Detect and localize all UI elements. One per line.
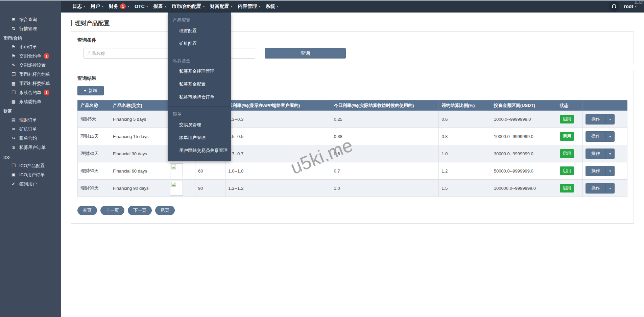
sidebar-item-miner-orders[interactable]: ≋矿机订单 (0, 124, 61, 134)
sidebar-item-perpetual-entrust-orders[interactable]: ▦永续委托单 (0, 97, 61, 106)
table-row: 理财90天Financing 90 days901.2--1.21.01.510… (78, 180, 627, 197)
sidebar-item-label: 行情管理 (19, 26, 37, 32)
dropdown-item-private-fund-manager-management[interactable]: 私募基金经理管理 (168, 65, 231, 78)
menu-logs[interactable]: 日志▾ (72, 0, 85, 13)
sidebar-item-delivery-risk-settings[interactable]: ✎交割场控设置 (0, 61, 61, 70)
sidebar-section-wealth: 财富 (0, 107, 61, 115)
action-dropdown-button[interactable]: ▾ (605, 132, 614, 141)
cell-today-rate: 0.38 (331, 128, 439, 145)
col-product-name-en: 产品名称(英文) (110, 100, 167, 111)
page-title: 理财产品配置 (71, 19, 634, 27)
menu-system[interactable]: 系统▾ (266, 0, 279, 13)
sidebar-item-perpetual-contract-orders[interactable]: ❐永续合约单1 (0, 88, 61, 97)
dropdown-section-header: 产品配置 (168, 15, 231, 24)
action-split-button: 操作▾ (586, 131, 615, 142)
sidebar-item-market-management[interactable]: ⇅行情管理 (0, 24, 61, 33)
sidebar-item-ico-user-orders[interactable]: ▣ICO用户订单 (0, 170, 61, 179)
menu-content-management[interactable]: 内容管理▾ (238, 0, 260, 13)
dropdown-item-miner-config[interactable]: 矿机配置 (168, 37, 231, 50)
action-dropdown-button[interactable]: ▾ (605, 114, 614, 124)
menu-users[interactable]: 用户▾ (91, 0, 103, 13)
dropdown-item-private-fund-config[interactable]: 私募基金配置 (168, 78, 231, 91)
menu-finance[interactable]: 财务1▾ (109, 0, 129, 13)
action-split-button: 操作▾ (586, 183, 615, 194)
cell-invest-range: 30000.0--9999999.0 (491, 145, 557, 162)
cell-penalty-ratio: 1.2 (439, 162, 491, 180)
sidebar-item-label: 跟单合约 (19, 135, 37, 141)
status-badge: 启用 (560, 184, 574, 193)
action-button[interactable]: 操作 (586, 183, 605, 193)
support-button[interactable] (609, 1, 619, 12)
dropdown-item-financing-config[interactable]: 理财配置 (168, 24, 231, 37)
sidebar-item-coin-margin-contract-orders[interactable]: ❐币币杠杆合约单 (0, 70, 61, 79)
dropdown-section-copy-trade: 跟单 交易员管理 跟单用户管理 用户跟随交易员关系管理 (168, 106, 231, 157)
sidebar-item-label: ICO用户订单 (19, 172, 45, 178)
sidebar-item-comprehensive-query[interactable]: ⊞综合查询 (0, 15, 61, 24)
pagination-next[interactable]: 下一页 (128, 206, 152, 215)
cell-product-name-en: Financial 30 days (110, 145, 167, 162)
dropdown-item-copy-user-management[interactable]: 跟单用户管理 (168, 131, 231, 144)
results-panel-header: 查询结果 (77, 75, 627, 82)
add-button[interactable]: +新增 (77, 86, 104, 95)
file-icon: ❐ (10, 72, 17, 77)
cell-status: 启用 (557, 128, 582, 145)
col-actions (583, 100, 627, 111)
dropdown-section-header: 私募基金 (168, 55, 231, 65)
sidebar-item-coin-margin-entrust-orders[interactable]: ▦币币杠杆委托单 (0, 79, 61, 88)
sidebar-item-label: 签到用户 (19, 181, 37, 187)
col-status: 状态 (557, 100, 582, 111)
sidebar-item-label: ICO产品配置 (19, 163, 45, 169)
cell-product-name: 理财30天 (78, 145, 110, 162)
username: root (624, 4, 633, 9)
title-bar (71, 20, 72, 26)
sidebar-item-label: 交割场控设置 (19, 62, 46, 68)
cell-product-name: 理财15天 (78, 128, 110, 145)
sidebar-item-copy-trade-contract[interactable]: ↪跟单合约 (0, 134, 61, 143)
sidebar-item-checkin-users[interactable]: ✔签到用户 (0, 179, 61, 188)
action-button[interactable]: 操作 (586, 149, 605, 159)
cell-invest-range: 1000.0--9999999.0 (491, 111, 557, 128)
menu-otc[interactable]: OTC▾ (135, 0, 148, 13)
action-dropdown-button[interactable]: ▾ (605, 166, 614, 176)
action-dropdown-button[interactable]: ▾ (605, 183, 614, 193)
sidebar-item-coin-orders[interactable]: ⚑币币订单 (0, 42, 61, 51)
dropdown-item-trader-management[interactable]: 交易员管理 (168, 118, 231, 131)
action-button[interactable]: 操作 (586, 114, 605, 124)
cell-actions: 操作▾ (583, 162, 627, 180)
cell-today-rate: 0.25 (331, 111, 439, 128)
menu-label: 用户 (91, 3, 100, 9)
sidebar-item-private-fund-user-orders[interactable]: $私募用户订单 (0, 143, 61, 152)
menu-label: 财富配置 (210, 3, 229, 9)
sidebar-item-label: 币币杠杆合约单 (19, 71, 50, 77)
pagination-last[interactable]: 尾页 (155, 206, 175, 215)
sidebar-item-ico-product-config[interactable]: ❐ICO产品配置 (0, 161, 61, 170)
cell-penalty-ratio: 1.0 (439, 145, 491, 162)
dropdown-item-private-fund-market-position-orders[interactable]: 私募市场持仓订单 (168, 91, 231, 104)
dollar-icon: $ (10, 145, 17, 150)
cell-days: 90 (195, 180, 225, 197)
dropdown-item-user-follow-trader-relation-management[interactable]: 用户跟随交易员关系管理 (168, 144, 231, 157)
action-button[interactable]: 操作 (586, 166, 605, 176)
pagination-prev[interactable]: 上一页 (100, 206, 124, 215)
bookmark-icon: ⚑ (10, 53, 17, 59)
action-dropdown-button[interactable]: ▾ (605, 149, 614, 159)
menu-reports[interactable]: 报表▾ (153, 0, 166, 13)
menu-wealth-config[interactable]: 财富配置▾ (210, 0, 233, 13)
plus-icon: + (84, 88, 87, 93)
sidebar-item-label: 交割合约单 (19, 53, 41, 59)
sidebar-item-delivery-contract-orders[interactable]: ⚑交割合约单1 (0, 51, 61, 61)
col-penalty-ratio: 违约结算比例(%) (439, 100, 491, 111)
pagination-first[interactable]: 首页 (77, 206, 97, 215)
sidebar-item-financing-orders[interactable]: ▤理财订单 (0, 115, 61, 124)
calculator-icon: ▦ (10, 99, 17, 104)
cell-product-name-en: Financing 15 days (110, 128, 167, 145)
cell-invest-range: 10000.0--9999999.0 (491, 128, 557, 145)
search-row: 查询 (77, 48, 627, 59)
chevron-down-icon: ▾ (84, 4, 85, 8)
menu-coin-contract-config[interactable]: 币币/合约配置▾ (172, 0, 205, 13)
col-invest-range: 投资金额区间(USDT) (491, 100, 557, 111)
dropdown-section-product-config: 产品配置 理财配置 矿机配置 (168, 14, 231, 50)
action-button[interactable]: 操作 (586, 132, 605, 141)
sidebar-item-label: 理财订单 (19, 117, 37, 123)
search-button[interactable]: 查询 (265, 48, 346, 59)
